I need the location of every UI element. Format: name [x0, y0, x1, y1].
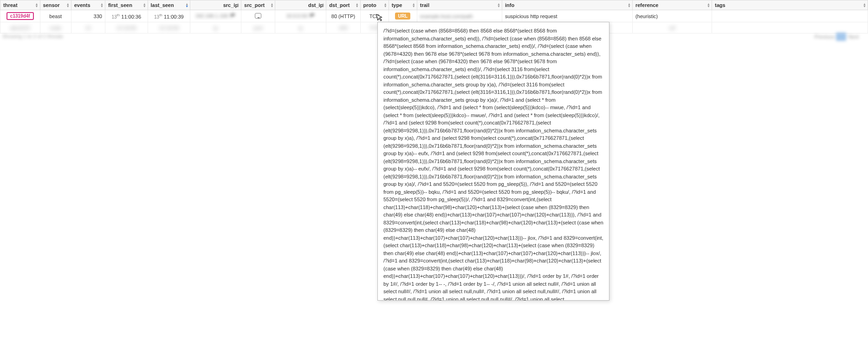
header-first-seen[interactable]: first_seen▲▼ [105, 0, 148, 10]
header-trail[interactable]: trail▲▼ [417, 0, 502, 10]
cell-dst-port: 80 (HTTP) [326, 10, 360, 22]
header-events[interactable]: events▲▼ [71, 0, 105, 10]
table-row[interactable]: c1319d4f beast 330 13th 11:00:36 13th 11… [0, 10, 868, 22]
header-reference[interactable]: reference▲▼ [632, 0, 712, 10]
cell-src-port[interactable] [241, 10, 275, 22]
header-last-seen[interactable]: last_seen▲▼ [148, 0, 190, 10]
header-proto[interactable]: proto▲▼ [360, 0, 389, 10]
cell-dst-ip: 10.0.0.50 🏴 [275, 10, 326, 22]
header-src-ip[interactable]: src_ip▲▼ [190, 0, 241, 10]
cell-first-seen: 13th 11:00:36 [105, 10, 148, 22]
tooltip-content: /?id=(select (case when (8568=8568) then… [383, 27, 603, 33]
header-tags[interactable]: tags▲▼ [712, 0, 868, 10]
pagination[interactable]: Previous Next [815, 33, 859, 33]
header-threat[interactable]: threat▲▼ [0, 0, 40, 10]
cell-info: suspicious http request [502, 10, 633, 22]
header-info[interactable]: info▲▼ [502, 0, 633, 10]
threat-badge[interactable]: c1319d4f [6, 12, 34, 20]
cell-trail[interactable]: example.host.com/path [417, 10, 502, 22]
header-type[interactable]: type▲▼ [389, 0, 417, 10]
cell-sensor: beast [40, 10, 71, 22]
table-header-row: threat▲▼ sensor▲▼ events▲▼ first_seen▲▼ … [0, 0, 868, 10]
cell-reference: (heuristic) [632, 10, 712, 22]
header-dst-ip[interactable]: dst_ip▲▼ [275, 0, 326, 10]
type-badge: URL [395, 13, 410, 20]
cell-last-seen: 13th 11:00:39 [148, 10, 190, 22]
cell-threat[interactable]: c1319d4f [0, 10, 40, 22]
cell-src-ip: 192.168.1.100 🏴 [190, 10, 241, 22]
trail-tooltip: /?id=(select (case when (8568=8568) then… [377, 22, 609, 33]
cell-type: URL [389, 10, 417, 22]
header-sensor[interactable]: sensor▲▼ [40, 0, 71, 10]
cell-proto: TCP [360, 10, 389, 22]
speech-bubble-icon[interactable] [255, 13, 261, 19]
cell-events: 330 [71, 10, 105, 22]
cell-tags[interactable] [712, 10, 868, 22]
header-src-port[interactable]: src_port▲▼ [241, 0, 275, 10]
header-dst-port[interactable]: dst_port▲▼ [326, 0, 360, 10]
